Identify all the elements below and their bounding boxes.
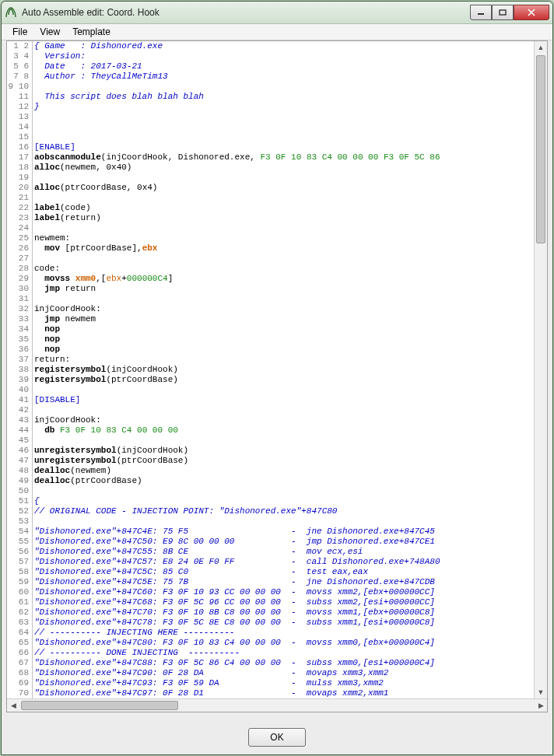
line-gutter: 1 2 3 4 5 6 7 8 9 10 11 12 13 14 15 16 1… [7,41,33,698]
maximize-button[interactable] [492,5,514,20]
window-buttons [470,5,549,20]
menu-file[interactable]: File [6,25,33,39]
close-button[interactable] [514,5,549,20]
menu-template[interactable]: Template [66,25,117,39]
horizontal-scrollbar[interactable]: ◀ ▶ [7,698,547,712]
titlebar[interactable]: Auto Assemble edit: Coord. Hook [2,2,552,24]
ok-button[interactable]: OK [248,728,306,747]
button-row: OK [2,728,552,747]
scroll-thumb-horizontal[interactable] [21,701,178,710]
scroll-thumb-vertical[interactable] [536,55,545,243]
scroll-right-arrow-icon[interactable]: ▶ [535,699,547,712]
svg-rect-1 [500,10,506,15]
editor-container: 1 2 3 4 5 6 7 8 9 10 11 12 13 14 15 16 1… [6,40,548,712]
editor: 1 2 3 4 5 6 7 8 9 10 11 12 13 14 15 16 1… [7,41,547,698]
minimize-button[interactable] [470,5,492,20]
scroll-down-arrow-icon[interactable]: ▼ [535,686,547,698]
menu-view[interactable]: View [33,25,66,39]
window-title: Auto Assemble edit: Coord. Hook [22,7,470,18]
scroll-left-arrow-icon[interactable]: ◀ [7,699,19,712]
app-icon [5,6,17,19]
code-area[interactable]: { Game : Dishonored.exe Version: Date : … [33,41,534,698]
window: Auto Assemble edit: Coord. Hook File Vie… [1,1,553,755]
scroll-up-arrow-icon[interactable]: ▲ [535,41,547,54]
vertical-scrollbar[interactable]: ▲ ▼ [534,41,547,698]
menubar: File View Template [2,24,552,40]
